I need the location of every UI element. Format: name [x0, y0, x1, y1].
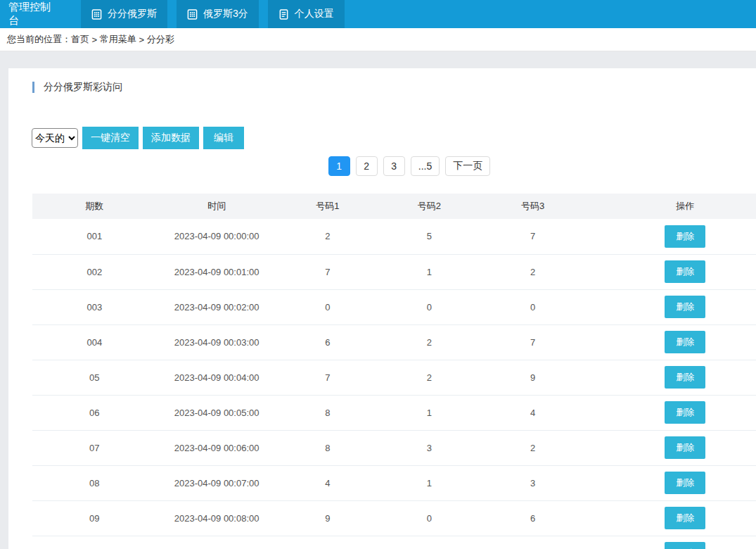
table-row-partial: 删除 — [32, 536, 756, 549]
cell-number2: 0 — [378, 500, 480, 536]
table-row: 001 2023-04-09 00:00:00 2 5 7 删除 — [32, 219, 756, 254]
title-accent-bar — [32, 82, 34, 93]
cell-number2: 1 — [378, 465, 480, 500]
cell-number1: 4 — [277, 465, 378, 500]
cell-time: 2023-04-09 00:04:00 — [157, 360, 277, 395]
cell-number2: 5 — [378, 219, 480, 254]
delete-button[interactable]: 删除 — [665, 296, 705, 318]
cell-time: 2023-04-09 00:08:00 — [157, 500, 277, 536]
nav-item[interactable]: 个人设置 — [268, 0, 345, 28]
nav-item[interactable]: 分分俄罗斯 — [81, 0, 167, 28]
cell-actions: 删除 — [585, 254, 756, 289]
breadcrumb-link[interactable]: 常用菜单 — [100, 33, 136, 46]
cell-period: 07 — [32, 430, 157, 465]
cell-number1: 7 — [277, 360, 378, 395]
cell-number3: 3 — [480, 465, 586, 500]
section-title-row: 分分俄罗斯彩访问 — [32, 81, 756, 94]
breadcrumb-link[interactable]: 首页 — [71, 33, 89, 46]
table-body: 001 2023-04-09 00:00:00 2 5 7 删除 002 202… — [32, 219, 756, 536]
cell-time: 2023-04-09 00:06:00 — [157, 430, 277, 465]
cell-number2: 2 — [378, 324, 480, 360]
section-title: 分分俄罗斯彩访问 — [44, 81, 122, 94]
delete-button[interactable]: 删除 — [665, 436, 705, 459]
breadcrumb-text: 您当前的位置： — [7, 33, 71, 46]
table-header-cell: 期数 — [32, 194, 157, 219]
results-table: 期数 时间 号码1 号码2 号码3 操作 001 2023-04-09 00:0… — [32, 194, 756, 549]
page-button[interactable]: ...5 — [411, 156, 440, 176]
top-nav: 分分俄罗斯 俄罗斯3分 — [81, 0, 345, 28]
nav-item[interactable]: 俄罗斯3分 — [177, 0, 259, 28]
cell-period: 003 — [32, 289, 157, 324]
breadcrumb-text: 分分彩 — [147, 33, 174, 46]
table-body-partial: 删除 — [32, 536, 756, 549]
cell-number2: 1 — [378, 254, 480, 289]
delete-button[interactable]: 删除 — [665, 507, 705, 529]
page-button[interactable]: 下一页 — [445, 156, 490, 176]
cell-actions: 删除 — [585, 289, 756, 324]
table-row: 08 2023-04-09 00:07:00 4 1 3 删除 — [32, 465, 756, 500]
cell-actions: 删除 — [585, 324, 756, 360]
table-row: 003 2023-04-09 00:02:00 0 0 0 删除 — [32, 289, 756, 324]
cell-actions: 删除 — [585, 395, 756, 430]
delete-button[interactable]: 删除 — [665, 542, 705, 549]
cell-number3: 9 — [480, 360, 586, 395]
table-header-row: 期数 时间 号码1 号码2 号码3 操作 — [32, 194, 756, 219]
table-header: 期数 时间 号码1 号码2 号码3 操作 — [32, 194, 756, 219]
cell-number1: 6 — [277, 324, 378, 360]
breadcrumb: 您当前的位置： 首页 > 常用菜单 > 分分彩 — [0, 28, 756, 51]
cell-number3: 6 — [480, 500, 586, 536]
cell-number1: 9 — [277, 500, 378, 536]
cell-actions: 删除 — [585, 360, 756, 395]
topbar: 管理控制台 分分俄罗斯 — [0, 0, 756, 28]
cell-time: 2023-04-09 00:00:00 — [157, 219, 277, 254]
action-button[interactable]: 添加数据 — [143, 127, 199, 149]
cell-number3: 7 — [480, 219, 586, 254]
cell-number1: 2 — [277, 219, 378, 254]
delete-button[interactable]: 删除 — [665, 472, 705, 494]
table-row: 06 2023-04-09 00:05:00 8 1 4 删除 — [32, 395, 756, 430]
cell-number1: 8 — [277, 430, 378, 465]
breadcrumb-text: > — [136, 34, 147, 45]
cell-number2: 2 — [378, 360, 480, 395]
page-button[interactable]: 2 — [356, 156, 378, 176]
cell-number3: 2 — [480, 430, 586, 465]
cell-period: 004 — [32, 324, 157, 360]
action-button[interactable]: 一键清空 — [82, 127, 139, 149]
action-button[interactable]: 编辑 — [203, 127, 244, 149]
table-row: 09 2023-04-09 00:08:00 9 0 6 删除 — [32, 500, 756, 536]
grid-icon — [91, 9, 102, 20]
cell-number3: 4 — [480, 395, 586, 430]
action-buttons: 一键清空 添加数据 编辑 — [82, 127, 244, 149]
cell-period: 09 — [32, 500, 157, 536]
table-row: 002 2023-04-09 00:01:00 7 1 2 删除 — [32, 254, 756, 289]
delete-button[interactable]: 删除 — [665, 260, 705, 283]
document-icon — [278, 9, 289, 20]
app-title: 管理控制台 — [0, 0, 68, 28]
delete-button[interactable]: 删除 — [665, 225, 705, 248]
breadcrumb-text: > — [89, 34, 100, 45]
page-button[interactable]: 1 — [328, 156, 350, 176]
table-header-cell: 号码1 — [277, 194, 378, 219]
cell-time: 2023-04-09 00:01:00 — [157, 254, 277, 289]
date-filter-select[interactable]: 今天的 — [32, 128, 78, 148]
delete-button[interactable]: 删除 — [665, 331, 705, 353]
table-header-cell: 操作 — [585, 194, 756, 219]
cell-number3: 0 — [480, 289, 586, 324]
cell-number3: 2 — [480, 254, 586, 289]
page-button[interactable]: 3 — [383, 156, 405, 176]
cell-time: 2023-04-09 00:05:00 — [157, 395, 277, 430]
content-card: 分分俄罗斯彩访问 今天的 一键清空 添加数据 编辑 1 2 3 ...5 下一页 — [8, 68, 756, 549]
delete-button[interactable]: 删除 — [665, 366, 705, 389]
cell-time: 2023-04-09 00:07:00 — [157, 465, 277, 500]
table-row: 05 2023-04-09 00:04:00 7 2 9 删除 — [32, 360, 756, 395]
nav-item-label: 分分俄罗斯 — [108, 8, 157, 20]
controls-row: 今天的 一键清空 添加数据 编辑 — [32, 127, 756, 149]
table-header-cell: 时间 — [157, 194, 277, 219]
table-row: 004 2023-04-09 00:03:00 6 2 7 删除 — [32, 324, 756, 360]
delete-button[interactable]: 删除 — [665, 401, 705, 424]
table-header-cell: 号码3 — [480, 194, 586, 219]
cell-actions: 删除 — [585, 465, 756, 500]
cell-period: 002 — [32, 254, 157, 289]
cell-actions: 删除 — [585, 536, 756, 549]
cell-number2: 1 — [378, 395, 480, 430]
